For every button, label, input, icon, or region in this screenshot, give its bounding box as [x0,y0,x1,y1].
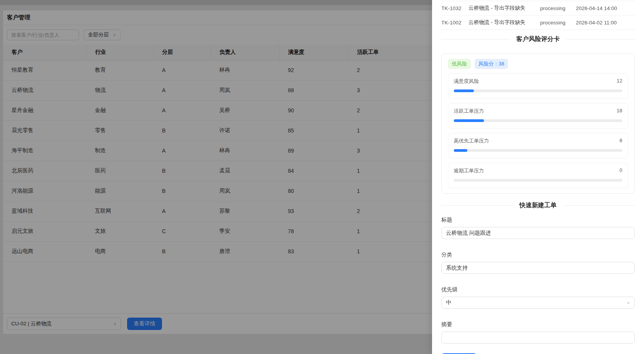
risk-metric: 高优先工单压力8 [448,133,628,158]
ticket-id: TK-1032 [441,5,468,11]
form-section-title: 快速新建工单 [520,201,557,210]
risk-metric-head: 活跃工单压力18 [454,108,622,115]
ticket-title: 云桥物流 - 导出字段缺失 [468,19,540,26]
risk-metric-bar-fill [454,149,467,152]
risk-metric-label: 逾期工单压力 [454,167,484,174]
priority-select[interactable]: 中 ∨ [441,297,635,309]
risk-metric-value: 18 [617,108,622,115]
ticket-status-badge: processing [540,20,576,26]
category-input[interactable] [441,262,635,274]
ticket-title: 云桥物流 - 导出字段缺失 [468,5,540,12]
risk-section-divider: 客户风险评分卡 [441,35,635,43]
risk-metric: 活跃工单压力18 [448,103,628,129]
priority-select-value: 中 [446,299,451,306]
customer-detail-drawer: TK-1032云桥物流 - 导出字段缺失processing2026-04-14… [432,0,644,354]
summary-label: 摘要 [441,321,635,328]
risk-score-badge: 风险分：38 [475,59,508,69]
ticket-row[interactable]: TK-1032云桥物流 - 导出字段缺失processing2026-04-14… [441,1,635,15]
risk-metric-label: 高优先工单压力 [454,137,489,144]
category-label: 分类 [441,251,635,258]
risk-metric-head: 满意度风险12 [454,78,622,85]
risk-metric-value: 8 [620,137,622,144]
risk-metric-bar-fill [454,119,484,122]
risk-badges: 低风险 风险分：38 [448,59,628,69]
risk-score-card: 低风险 风险分：38 满意度风险12活跃工单压力18高优先工单压力8逾期工单压力… [441,53,635,194]
priority-label: 优先级 [441,286,635,293]
form-group-title: 标题 [441,217,635,239]
risk-metric-label: 活跃工单压力 [454,108,484,115]
risk-metric: 满意度风险12 [448,73,628,99]
risk-metric: 逾期工单压力0 [448,163,628,188]
ticket-status-badge: processing [540,5,576,11]
ticket-list: TK-1032云桥物流 - 导出字段缺失processing2026-04-14… [441,1,635,30]
risk-level-badge: 低风险 [448,59,471,69]
risk-metric-bar-track [454,149,622,152]
risk-metric-bar-fill [454,89,474,92]
risk-metric-list: 满意度风险12活跃工单压力18高优先工单压力8逾期工单压力0 [448,73,628,188]
risk-metric-bar-track [454,89,622,92]
risk-metric-bar-track [454,179,622,182]
risk-metric-head: 逾期工单压力0 [454,167,622,174]
ticket-id: TK-1002 [441,20,468,26]
risk-section-title: 客户风险评分卡 [517,35,560,43]
risk-metric-bar-track [454,119,622,122]
risk-metric-value: 12 [617,78,622,85]
ticket-time: 2026-04-14 14:00 [576,5,635,11]
title-label: 标题 [441,217,635,223]
form-section-divider: 快速新建工单 [441,201,635,210]
risk-metric-head: 高优先工单压力8 [454,137,622,144]
summary-input[interactable] [441,332,635,344]
ticket-row[interactable]: TK-1002云桥物流 - 导出字段缺失processing2026-04-02… [441,15,635,30]
risk-metric-label: 满意度风险 [454,78,479,85]
form-group-category: 分类 [441,251,635,274]
title-input[interactable] [441,227,635,239]
risk-metric-value: 0 [620,167,622,174]
chevron-down-icon: ∨ [627,301,630,305]
form-group-summary: 摘要 [441,321,635,344]
form-group-priority: 优先级 中 ∨ [441,286,635,309]
ticket-time: 2026-04-02 11:00 [576,20,635,26]
